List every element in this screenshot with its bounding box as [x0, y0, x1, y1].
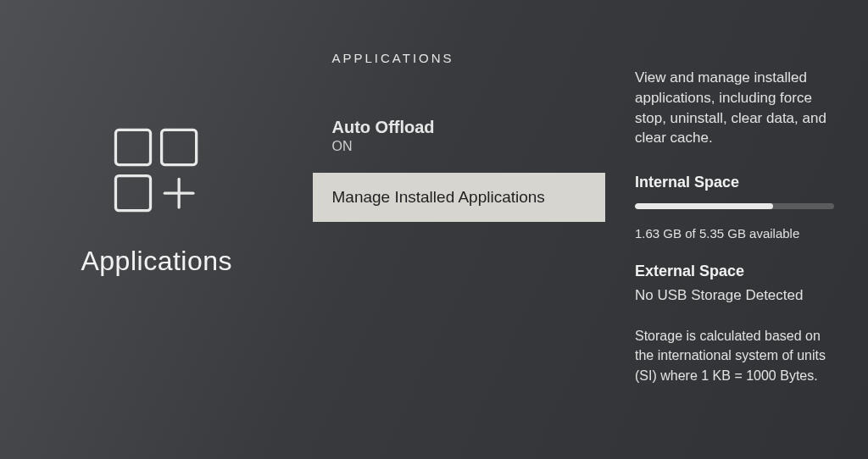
menu-section-header: APPLICATIONS	[313, 51, 605, 65]
external-space-title: External Space	[635, 263, 834, 280]
internal-space-bar	[635, 203, 834, 209]
internal-space-caption: 1.63 GB of 5.35 GB available	[635, 226, 834, 241]
menu-item-label: Manage Installed Applications	[331, 188, 587, 207]
svg-rect-1	[161, 130, 196, 164]
svg-rect-2	[115, 175, 150, 210]
detail-pane: View and manage installed applications, …	[605, 0, 868, 459]
apps-grid-plus-icon	[109, 124, 204, 218]
left-pane: Applications	[0, 0, 313, 459]
menu-item-label: Auto Offload	[331, 118, 587, 137]
detail-description: View and manage installed applications, …	[635, 68, 834, 148]
menu-item-auto-offload[interactable]: Auto Offload ON	[313, 109, 605, 164]
svg-rect-0	[115, 130, 150, 164]
storage-footnote: Storage is calculated based on the inter…	[635, 326, 834, 385]
menu-item-manage-installed-applications[interactable]: Manage Installed Applications	[313, 173, 605, 222]
internal-space-title: Internal Space	[635, 174, 834, 191]
menu-item-status: ON	[331, 139, 587, 154]
external-space-value: No USB Storage Detected	[635, 287, 834, 304]
left-pane-title: Applications	[81, 246, 232, 277]
settings-menu: APPLICATIONS Auto Offload ON Manage Inst…	[313, 0, 605, 459]
internal-space-bar-fill	[635, 203, 773, 209]
